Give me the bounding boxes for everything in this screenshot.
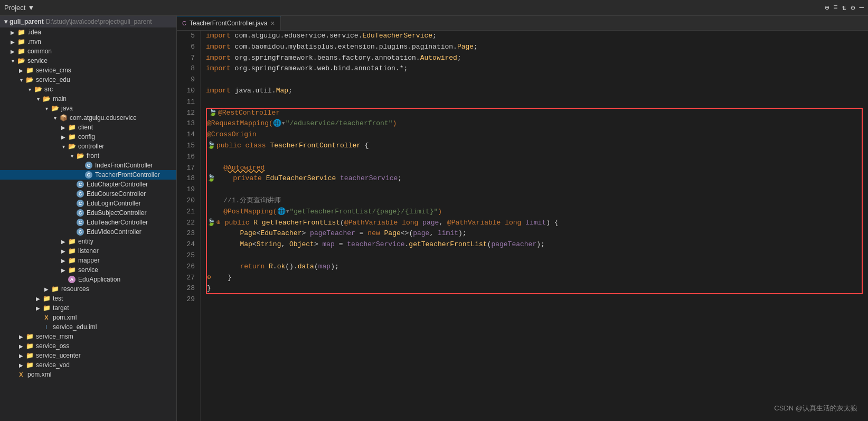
sidebar-item-edulogin[interactable]: ▶ C EduLoginController xyxy=(0,199,176,208)
kw-import-7: import xyxy=(206,53,235,64)
sidebar-item-resources[interactable]: ▶ 📁 resources xyxy=(0,284,176,294)
sidebar-item-eduteacher[interactable]: ▶ C EduTeacherController xyxy=(0,218,176,227)
code-line-22: 🍃⊕ public R getTeacherFrontList(@PathVar… xyxy=(206,218,868,229)
sidebar-item-oss[interactable]: ▶ 📁 service_oss xyxy=(0,341,176,351)
sidebar-item-client[interactable]: ▶ 📁 client xyxy=(0,123,176,132)
folder-icon-service-inner: 📁 xyxy=(68,266,76,274)
folder-icon-resources: 📁 xyxy=(51,285,59,293)
sidebar-item-indexfront[interactable]: ▶ C IndexFrontController xyxy=(0,161,176,170)
ctrl-icon-eduvideo: C xyxy=(76,228,84,236)
sidebar-item-front[interactable]: ▾ 📂 front xyxy=(0,151,176,161)
kw-barrier: ⊕ xyxy=(216,218,221,229)
sidebar-item-controller[interactable]: ▾ 📂 controller xyxy=(0,142,176,151)
sidebar-item-msm[interactable]: ▶ 📁 service_msm xyxy=(0,332,176,341)
icon-sort[interactable]: ⇅ xyxy=(842,3,846,12)
label-controller: controller xyxy=(78,143,104,150)
sidebar-item-idea[interactable]: ▶ 📁 .idea xyxy=(0,27,176,37)
main-layout: ▾ guli_parent D:\study\java\code\project… xyxy=(0,16,868,421)
sidebar-item-target[interactable]: ▶ 📁 target xyxy=(0,303,176,313)
sidebar-item-ucenter[interactable]: ▶ 📁 service_ucenter xyxy=(0,351,176,360)
sidebar-item-mapper[interactable]: ▶ 📁 mapper xyxy=(0,256,176,265)
cls-page-new: Page xyxy=(384,228,401,239)
folder-icon-oss: 📁 xyxy=(25,342,34,350)
args-23: ( xyxy=(409,228,413,239)
leaf-icon-12: 🍃 xyxy=(209,108,217,119)
code-line-6: import com.baomidou.mybatisplus.extensio… xyxy=(206,42,868,53)
arrow-listener: ▶ xyxy=(59,248,68,254)
sidebar-item-eduvideo[interactable]: ▶ C EduVideoController xyxy=(0,227,176,237)
ann-pathvar-22b: @PathVariable xyxy=(447,218,505,229)
code-editor[interactable]: 5 6 7 8 9 10 11 12 13 14 15 16 17 18 19 … xyxy=(177,31,868,421)
sidebar-item-service-edu[interactable]: ▾ 📂 service_edu xyxy=(0,75,176,85)
sidebar-item-config[interactable]: ▶ 📁 config xyxy=(0,132,176,142)
cls-string-24: String xyxy=(257,239,281,250)
sidebar-item-teacherfront[interactable]: ▶ C TeacherFrontController xyxy=(0,170,176,180)
ln-15: 15 xyxy=(182,141,195,152)
sidebar-item-service-cms[interactable]: ▶ 📁 service_cms xyxy=(0,66,176,75)
sidebar-item-main[interactable]: ▾ 📂 main xyxy=(0,94,176,104)
ln-17: 17 xyxy=(182,163,195,174)
tab-teacher-front[interactable]: C TeacherFrontController.java × xyxy=(177,16,281,30)
code-line-28: } xyxy=(206,283,868,294)
indent-24 xyxy=(207,239,240,250)
ln-14: 14 xyxy=(182,129,195,141)
sidebar-item-vod[interactable]: ▶ 📁 service_vod xyxy=(0,360,176,370)
kw-import-10: import xyxy=(206,86,235,97)
ln-6: 6 xyxy=(182,42,195,53)
dot-24: . xyxy=(405,239,409,250)
xml-icon-pom: X xyxy=(42,313,51,322)
cls-name: TeacherFrontController xyxy=(270,141,364,152)
code-line-26: return R.ok().data(map); xyxy=(206,261,868,273)
sidebar-item-pom-root[interactable]: ▶ X pom.xml xyxy=(0,370,176,379)
sidebar-item-pom-edu[interactable]: ▶ X pom.xml xyxy=(0,313,176,322)
sidebar-item-java[interactable]: ▾ 📂 java xyxy=(0,104,176,113)
path-6: com.baomidou.mybatisplus.extension.plugi… xyxy=(235,42,457,53)
sidebar-item-educhapter[interactable]: ▶ C EduChapterController xyxy=(0,180,176,189)
project-root[interactable]: ▾ guli_parent D:\study\java\code\project… xyxy=(0,16,176,27)
label-pom-edu: pom.xml xyxy=(53,314,77,321)
sidebar-item-package[interactable]: ▾ 📦 com.atguigu.eduservice xyxy=(0,113,176,123)
title-bar: Project ▼ ⊕ ≡ ⇅ ⚙ — xyxy=(0,0,868,16)
label-educhapter: EduChapterController xyxy=(87,181,148,188)
arrow-oss: ▶ xyxy=(17,343,25,349)
sidebar-item-listener[interactable]: ▶ 📁 listener xyxy=(0,246,176,256)
icon-expand[interactable]: ⊕ xyxy=(825,3,829,12)
semi-8: ; xyxy=(403,63,408,74)
folder-icon-package: 📦 xyxy=(59,114,68,122)
icon-settings[interactable]: ⚙ xyxy=(851,3,855,12)
icon-list[interactable]: ≡ xyxy=(833,3,837,12)
project-label[interactable]: Project ▼ xyxy=(4,4,34,12)
dropdown-icon[interactable]: ▼ xyxy=(27,4,34,12)
dot-26b: . xyxy=(294,261,298,273)
label-mvn: .mvn xyxy=(27,38,41,45)
code-line-25 xyxy=(206,250,868,261)
sidebar-item-common[interactable]: ▶ 📁 common xyxy=(0,46,176,56)
semi-7: ; xyxy=(457,53,461,64)
sidebar-item-src[interactable]: ▾ 📂 src xyxy=(0,85,176,94)
comment-20: //1.分页查询讲师 xyxy=(207,195,281,207)
icon-collapse[interactable]: — xyxy=(860,3,864,12)
label-iml: service_edu.iml xyxy=(53,323,97,331)
iml-icon: I xyxy=(42,323,51,331)
arrow-msm: ▶ xyxy=(17,334,25,340)
tab-icon: C xyxy=(182,20,186,26)
sidebar-item-service[interactable]: ▾ 📂 service xyxy=(0,56,176,66)
ln-26: 26 xyxy=(182,261,195,273)
eq-24: = xyxy=(335,239,347,250)
label-edu: service_edu xyxy=(36,76,70,83)
path-10a: java.util. xyxy=(235,86,276,97)
folder-icon-vod: 📁 xyxy=(25,361,34,369)
sidebar-item-entity[interactable]: ▶ 📁 entity xyxy=(0,237,176,246)
sidebar-item-edusubject[interactable]: ▶ C EduSubjectController xyxy=(0,208,176,218)
sidebar-item-mvn[interactable]: ▶ 📁 .mvn xyxy=(0,37,176,46)
sidebar-item-service-inner[interactable]: ▶ 📁 service xyxy=(0,265,176,275)
label-resources: resources xyxy=(61,285,89,293)
diamond-23: <> xyxy=(401,228,409,239)
sidebar-item-test[interactable]: ▶ 📁 test xyxy=(0,294,176,303)
sidebar-item-iml[interactable]: ▶ I service_edu.iml xyxy=(0,322,176,332)
arrow-edu: ▾ xyxy=(17,77,25,83)
ln-21: 21 xyxy=(182,207,195,218)
sidebar-item-educourse[interactable]: ▶ C EduCourseController xyxy=(0,189,176,199)
sidebar-item-eduapp[interactable]: ▶ A EduApplication xyxy=(0,275,176,284)
tab-close[interactable]: × xyxy=(270,20,275,27)
